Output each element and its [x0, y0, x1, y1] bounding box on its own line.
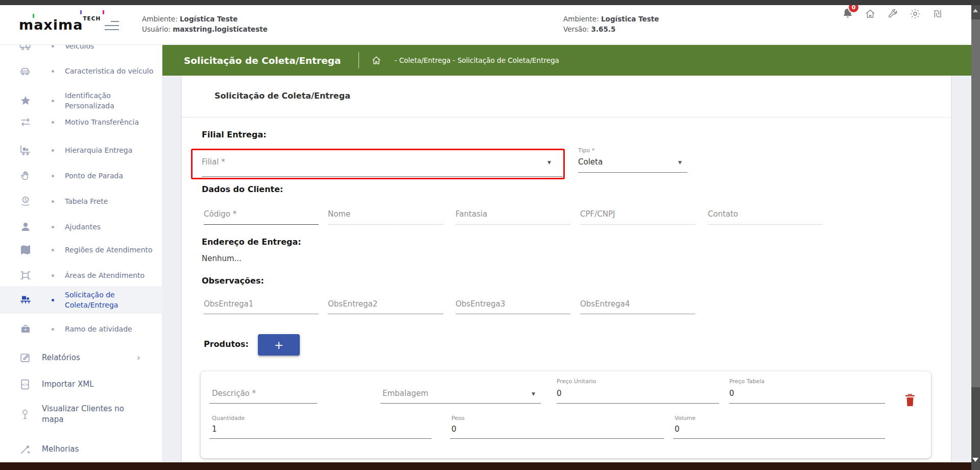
logo-tick [33, 14, 34, 18]
sidebar-item-label: Tabela Frete [65, 196, 157, 206]
window-top-edge [0, 0, 980, 5]
sidebar-item-ponto-de-parada[interactable]: Ponto de Parada [0, 170, 162, 182]
codigo-underline [204, 224, 319, 225]
plus-icon: + [274, 339, 283, 351]
environment-info-left: Ambiente: Logística Teste Usuário: maxst… [142, 14, 268, 34]
home-icon[interactable] [371, 55, 381, 65]
sidebar-item-importar-xml[interactable]: </> Importar XML [0, 378, 162, 391]
gear-icon[interactable] [909, 6, 921, 21]
bullet-icon [52, 274, 54, 277]
cpf-cnpj-underline [580, 224, 695, 225]
logo-text: maxima [19, 17, 83, 33]
sidebar-item-relatorios[interactable]: Relatórios › [0, 351, 162, 364]
sidebar-item-identificacao-personalizada[interactable]: Identificação Personalizada [0, 90, 162, 111]
scrollbar-thumb[interactable] [971, 19, 980, 387]
bullet-icon [52, 175, 54, 177]
page-title: Solicitação de Coleta/Entrega [214, 91, 350, 101]
annotation-rect [191, 149, 565, 179]
sidebar-item-tabela-frete[interactable]: $ Tabela Frete [0, 195, 162, 207]
add-product-button[interactable]: + [258, 334, 300, 356]
sidebar-item-label: Caracteristica do veículo [65, 66, 157, 76]
breadcrumb: - Coleta/Entrega - Solicitação de Coleta… [395, 56, 559, 64]
section-heading-produtos: Produtos: [204, 339, 249, 349]
filial-underline [202, 176, 563, 177]
peso-value: 0 [451, 425, 457, 434]
chevron-down-icon: ▼ [547, 160, 551, 165]
map-icon [19, 244, 32, 256]
area-icon [19, 269, 32, 281]
sidebar-item-regioes-atendimento[interactable]: Regiões de Atendimento [0, 244, 162, 256]
scroll-down-arrow-icon[interactable] [972, 458, 978, 462]
chevron-down-icon: ▼ [678, 160, 682, 165]
sidebar-item-melhorias[interactable]: Melhorias [0, 442, 162, 456]
section-heading-filial: Filial Entrega: [202, 130, 267, 139]
obs-entrega2-placeholder: ObsEntrega2 [328, 299, 377, 309]
chevron-down-icon: ▼ [532, 391, 535, 396]
logo-tick [80, 10, 82, 14]
sidebar: Veículos Caracteristica do veículo Ident… [0, 5, 162, 462]
home-icon[interactable] [864, 6, 876, 21]
divider [358, 52, 359, 68]
section-heading-cliente: Dados do Cliente: [202, 184, 283, 194]
volume-label: Volume [675, 415, 696, 421]
sidebar-item-ramo-atividade[interactable]: Ramo de atividade [0, 323, 162, 335]
contato-placeholder: Contato [708, 209, 738, 219]
sidebar-item-ajudantes[interactable]: Ajudantes [0, 221, 162, 233]
sidebar-item-label: Visualizar Clientes no mapa [42, 404, 139, 425]
obs4-underline [580, 314, 695, 314]
descricao-underline [209, 403, 317, 404]
sidebar-item-areas-atendimento[interactable]: Áreas de Atendimento [0, 269, 162, 281]
pallet-icon [19, 294, 32, 306]
sidebar-item-label: Ramo de atividade [65, 324, 157, 334]
page-header-bar: Solicitação de Coleta/Entrega - Coleta/E… [162, 45, 971, 76]
obs-entrega1-placeholder: ObsEntrega1 [204, 299, 253, 309]
logo-tick [103, 10, 104, 14]
car-icon [19, 65, 32, 77]
wrench-icon[interactable] [887, 6, 899, 21]
bullet-icon [52, 121, 54, 124]
person-icon [19, 221, 32, 233]
shekel-icon[interactable]: ₪ [931, 6, 944, 21]
bullet-icon [52, 328, 54, 331]
volume-underline [673, 438, 885, 439]
environment-info-right: Ambiente: Logística Teste Versão: 3.65.5 [563, 14, 659, 34]
vertical-scrollbar[interactable] [971, 0, 980, 470]
top-header: maximaTECH Ambiente: Logística Teste Usu… [0, 5, 971, 45]
obs1-underline [204, 314, 319, 314]
cpf-cnpj-placeholder: CPF/CNPJ [580, 209, 615, 219]
bullet-icon [52, 249, 54, 251]
sidebar-item-caracteristica-veiculo[interactable]: Caracteristica do veículo [0, 65, 162, 77]
quantidade-label: Quantidade [212, 415, 245, 421]
volume-value: 0 [675, 425, 680, 434]
app-window: Veículos Caracteristica do veículo Ident… [0, 0, 980, 470]
sidebar-item-solicitacao-coleta-entrega[interactable]: Solicitação de Coleta/Entrega [0, 286, 162, 314]
sidebar-item-hierarquia-entrega[interactable]: Hierarquia Entrega [0, 144, 162, 156]
obs3-underline [456, 314, 570, 314]
bullet-icon [52, 45, 54, 48]
peso-label: Peso [451, 415, 464, 421]
nome-underline [328, 224, 443, 225]
delete-product-button[interactable] [904, 393, 916, 407]
sidebar-item-label: Identificação Personalizada [65, 90, 157, 111]
briefcase-icon [19, 323, 32, 335]
bullet-icon [52, 100, 54, 102]
scroll-up-arrow-icon[interactable] [973, 9, 978, 12]
form-panel: Solicitação de Coleta/Entrega Filial Ent… [182, 76, 951, 462]
bell-icon[interactable]: 0 [842, 6, 854, 21]
sidebar-item-visualizar-clientes-mapa[interactable]: Visualizar Clientes no mapa [0, 404, 162, 425]
sidebar-item-motivo-transferencia[interactable]: Motivo Transferência [0, 116, 162, 128]
sidebar-item-label: Áreas de Atendimento [65, 270, 157, 280]
bullet-icon [52, 70, 54, 73]
sidebar-item-label: Regiões de Atendimento [65, 245, 157, 255]
fantasia-placeholder: Fantasia [456, 209, 487, 219]
chevron-right-icon: › [137, 353, 140, 363]
sidebar-item-label: Relatórios [42, 353, 139, 363]
obs-entrega4-placeholder: ObsEntrega4 [580, 299, 630, 309]
handcart-icon [19, 144, 32, 156]
sidebar-item-label: Solicitação de Coleta/Entrega [65, 290, 157, 310]
hand-icon [19, 170, 32, 182]
sidebar-item-label: Ponto de Parada [65, 171, 157, 181]
divider [182, 117, 951, 118]
app-logo: maximaTECH [19, 15, 101, 33]
menu-toggle-icon[interactable] [105, 21, 119, 30]
